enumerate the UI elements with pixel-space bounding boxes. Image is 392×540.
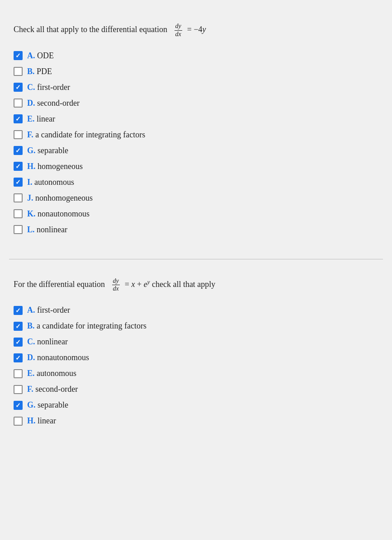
section-divider (9, 259, 383, 259)
checkbox-2-B[interactable] (14, 322, 23, 331)
fraction-dy-dx-1: dy dx (175, 23, 182, 38)
question-1-block: Check all that apply to the differential… (9, 14, 383, 254)
option-2-B[interactable]: B. a candidate for integrating factors (14, 321, 378, 331)
option-2-A[interactable]: A. first-order (14, 305, 378, 315)
checkbox-1-F[interactable] (14, 130, 23, 139)
option-1-K[interactable]: K. nonautonomous (14, 209, 378, 219)
option-1-H[interactable]: H. homogeneous (14, 162, 378, 171)
checkbox-2-F[interactable] (14, 385, 23, 394)
option-label-1-C: C. first-order (27, 83, 70, 92)
question-2-text: For the differential equation dy dx = x … (14, 277, 378, 293)
option-label-1-D: D. second-order (27, 99, 80, 108)
option-label-2-D: D. nonautonomous (27, 353, 89, 362)
option-label-1-I: I. autonomous (27, 178, 74, 187)
checkbox-1-I[interactable] (14, 178, 23, 187)
option-1-J[interactable]: J. nonhomogeneous (14, 193, 378, 203)
question-2-options: A. first-order B. a candidate for integr… (14, 305, 378, 426)
option-label-2-F: F. second-order (27, 385, 78, 394)
checkbox-1-H[interactable] (14, 162, 23, 171)
option-label-2-A: A. first-order (27, 305, 70, 315)
checkbox-1-L[interactable] (14, 225, 23, 234)
option-label-2-G: G. separable (27, 400, 68, 410)
option-1-C[interactable]: C. first-order (14, 83, 378, 92)
checkbox-1-B[interactable] (14, 67, 23, 76)
checkbox-1-A[interactable] (14, 51, 23, 60)
option-1-I[interactable]: I. autonomous (14, 178, 378, 187)
checkbox-2-C[interactable] (14, 338, 23, 347)
option-1-F[interactable]: F. a candidate for integrating factors (14, 130, 378, 140)
option-2-G[interactable]: G. separable (14, 400, 378, 410)
option-label-2-B: B. a candidate for integrating factors (27, 321, 146, 331)
option-1-A[interactable]: A. ODE (14, 51, 378, 61)
option-label-1-E: E. linear (27, 114, 55, 124)
option-2-H[interactable]: H. linear (14, 416, 378, 426)
option-label-1-K: K. nonautonomous (27, 209, 90, 219)
option-label-1-G: G. separable (27, 146, 68, 155)
checkbox-2-H[interactable] (14, 417, 23, 426)
option-label-1-H: H. homogeneous (27, 162, 83, 171)
option-2-D[interactable]: D. nonautonomous (14, 353, 378, 362)
checkbox-1-J[interactable] (14, 193, 23, 202)
question-1-text: Check all that apply to the differential… (14, 23, 378, 38)
fraction-dy-dx-2: dy dx (112, 277, 120, 293)
option-label-2-H: H. linear (27, 416, 56, 426)
option-2-C[interactable]: C. nonlinear (14, 337, 378, 347)
checkbox-1-E[interactable] (14, 114, 23, 123)
option-label-1-A: A. ODE (27, 51, 54, 61)
question-2-block: For the differential equation dy dx = x … (9, 268, 383, 446)
option-label-2-C: C. nonlinear (27, 337, 68, 347)
checkbox-2-E[interactable] (14, 369, 23, 378)
question-1-prefix: Check all that apply to the differential… (14, 25, 167, 34)
option-1-L[interactable]: L. nonlinear (14, 225, 378, 235)
option-2-F[interactable]: F. second-order (14, 385, 378, 394)
option-1-D[interactable]: D. second-order (14, 99, 378, 108)
option-1-B[interactable]: B. PDE (14, 67, 378, 76)
question-2-prefix: For the differential equation (14, 280, 105, 289)
checkbox-1-D[interactable] (14, 99, 23, 108)
checkbox-2-A[interactable] (14, 306, 23, 315)
checkbox-1-C[interactable] (14, 83, 23, 92)
option-label-1-J: J. nonhomogeneous (27, 193, 93, 203)
checkbox-2-D[interactable] (14, 353, 23, 362)
option-1-G[interactable]: G. separable (14, 146, 378, 155)
option-1-E[interactable]: E. linear (14, 114, 378, 124)
option-label-2-E: E. autonomous (27, 369, 76, 378)
option-label-1-L: L. nonlinear (27, 225, 67, 235)
question-1-options: A. ODE B. PDE C. first-order D. second-o… (14, 51, 378, 235)
option-label-1-F: F. a candidate for integrating factors (27, 130, 145, 140)
checkbox-2-G[interactable] (14, 401, 23, 410)
checkbox-1-G[interactable] (14, 146, 23, 155)
option-2-E[interactable]: E. autonomous (14, 369, 378, 378)
option-label-1-B: B. PDE (27, 67, 52, 76)
checkbox-1-K[interactable] (14, 209, 23, 218)
